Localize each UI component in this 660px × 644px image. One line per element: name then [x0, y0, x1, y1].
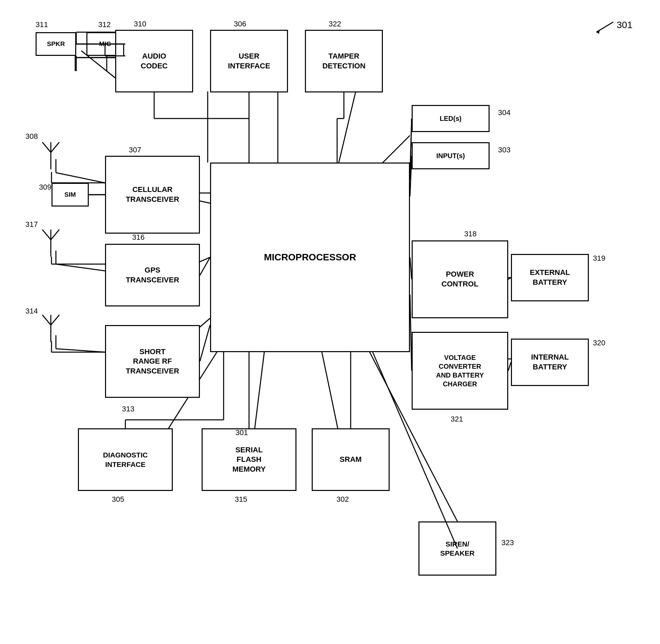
ref-314: 314: [25, 307, 38, 316]
ref-321: 321: [451, 415, 463, 424]
svg-line-18: [254, 352, 264, 433]
power-control-block: POWERCONTROL: [412, 240, 508, 318]
ref-313: 313: [122, 405, 135, 413]
voltage-converter-block: VOLTAGECONVERTERAND BATTERYCHARGER: [412, 332, 508, 410]
ref-312: 312: [98, 20, 111, 29]
serial-flash-memory-block: SERIALFLASHMEMORY: [202, 428, 296, 491]
user-interface-block: USERINTERFACE: [210, 30, 288, 92]
cellular-transceiver-block: CELLULARTRANSCEIVER: [105, 156, 200, 234]
ref-301: 301: [235, 428, 248, 437]
audio-codec-block: AUDIOCODEC: [115, 30, 193, 92]
gps-transceiver-block: GPSTRANSCEIVER: [105, 244, 200, 306]
ref-300-arrow: [586, 17, 620, 37]
ref-308: 308: [25, 132, 38, 141]
siren-speaker-block: SIREN/SPEAKER: [418, 521, 496, 576]
ref-317: 317: [25, 220, 38, 229]
ref-323: 323: [501, 538, 514, 547]
svg-line-33: [51, 142, 59, 152]
block-diagram: 301 SPKR 311 MIC 312 AUDIOCODEC 310 USER…: [0, 0, 660, 644]
ref-304: 304: [498, 108, 511, 117]
inputs-block: INPUT(s): [412, 142, 490, 169]
ref-320: 320: [593, 339, 605, 347]
svg-line-36: [42, 230, 51, 240]
svg-line-19: [322, 352, 339, 433]
ref-307: 307: [129, 146, 141, 154]
ref-305: 305: [112, 495, 124, 504]
ref-306: 306: [234, 20, 246, 28]
microprocessor-block: MICROPROCESSOR: [210, 163, 410, 352]
svg-marker-30: [596, 30, 600, 34]
sim-block: SIM: [51, 183, 89, 207]
ref-311: 311: [36, 20, 48, 29]
leds-block: LED(s): [412, 105, 490, 132]
ref-303: 303: [498, 146, 511, 154]
svg-line-37: [51, 230, 59, 240]
diagnostic-interface-block: DIAGNOSTICINTERFACE: [78, 428, 173, 491]
ref-318: 318: [464, 230, 477, 238]
ref-310: 310: [134, 20, 146, 28]
svg-line-32: [42, 142, 51, 152]
short-range-rf-block: SHORTRANGE RFTRANSCEIVER: [105, 325, 200, 398]
external-battery-block: EXTERNALBATTERY: [511, 254, 589, 301]
ref-319: 319: [593, 254, 605, 263]
antenna-gps: [37, 223, 64, 263]
ref-315: 315: [235, 495, 247, 504]
svg-line-27: [56, 349, 105, 352]
svg-line-7: [339, 91, 356, 163]
spkr-block: SPKR: [36, 32, 76, 56]
tamper-detection-block: TAMPERDETECTION: [305, 30, 383, 92]
antenna-cellular: [37, 135, 64, 176]
svg-line-41: [51, 315, 59, 325]
ref-302: 302: [336, 495, 349, 504]
ref-322: 322: [329, 20, 341, 28]
svg-line-40: [42, 315, 51, 325]
ref-316: 316: [132, 233, 145, 242]
sram-block: SRAM: [312, 428, 390, 491]
internal-battery-block: INTERNALBATTERY: [511, 339, 589, 386]
ref-309: 309: [39, 183, 51, 192]
svg-line-25: [56, 264, 105, 271]
antenna-short-range: [37, 308, 64, 349]
